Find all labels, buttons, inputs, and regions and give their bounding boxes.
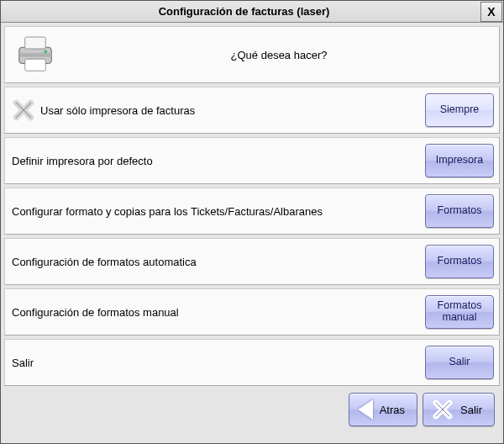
x-mark-icon <box>12 98 35 122</box>
row-label: Usar sólo impresora de facturas <box>12 98 420 122</box>
button-label: Salir <box>449 357 470 368</box>
dialog-window: Configuración de facturas (laser) X ¿Qué… <box>0 0 504 444</box>
row-text: Usar sólo impresora de facturas <box>40 104 195 117</box>
x-icon <box>432 399 454 420</box>
formatos-auto-button[interactable]: Formatos <box>425 245 494 278</box>
option-row-format-auto: Configuración de formatos automatica For… <box>4 238 500 285</box>
row-text: Salir <box>12 357 420 369</box>
arrow-left-icon <box>358 399 373 420</box>
impresora-button[interactable]: Impresora <box>425 144 494 177</box>
option-row-use-only-invoice-printer: Usar sólo impresora de facturas Siempre <box>4 87 500 134</box>
row-text: Configuración de formatos manual <box>12 306 420 319</box>
row-text: Configuración de formatos automatica <box>12 256 420 268</box>
option-row-format-copies: Configurar formato y copias para los Tic… <box>4 188 500 235</box>
button-label: Impresora <box>436 155 483 166</box>
formatos-button[interactable]: Formatos <box>425 194 494 228</box>
svg-rect-2 <box>25 59 46 71</box>
button-label: Siempre <box>440 104 480 116</box>
client-area: ¿Qué desea hacer? Usar sólo impresora de… <box>1 23 503 443</box>
close-button[interactable]: X <box>480 2 502 22</box>
header-question: ¿Qué desea hacer? <box>66 49 492 61</box>
option-row-default-printer: Definir impresora por defecto Impresora <box>4 137 500 184</box>
svg-rect-1 <box>25 37 46 49</box>
svg-rect-4 <box>19 53 52 56</box>
header-panel: ¿Qué desea hacer? <box>4 26 500 83</box>
back-label: Atras <box>380 404 405 416</box>
option-row-format-manual: Configuración de formatos manual Formato… <box>4 288 500 336</box>
titlebar: Configuración de facturas (laser) X <box>1 1 503 23</box>
button-label: Formatos <box>438 256 482 267</box>
siempre-button[interactable]: Siempre <box>425 93 494 127</box>
window-title: Configuración de facturas (laser) <box>8 5 480 18</box>
option-row-exit: Salir Salir <box>4 339 500 386</box>
svg-point-3 <box>44 50 47 54</box>
formatos-manual-button[interactable]: Formatos manual <box>425 295 494 329</box>
row-text: Configurar formato y copias para los Tic… <box>12 205 420 218</box>
salir-button[interactable]: Salir <box>425 346 494 379</box>
row-text: Definir impresora por defecto <box>12 155 420 167</box>
printer-icon <box>12 31 59 78</box>
button-label: Formatos manual <box>428 300 491 324</box>
footer: Atras Salir <box>4 389 500 430</box>
back-button[interactable]: Atras <box>349 393 417 426</box>
exit-button[interactable]: Salir <box>423 393 495 426</box>
button-label: Formatos <box>438 205 482 217</box>
exit-label: Salir <box>460 404 482 416</box>
